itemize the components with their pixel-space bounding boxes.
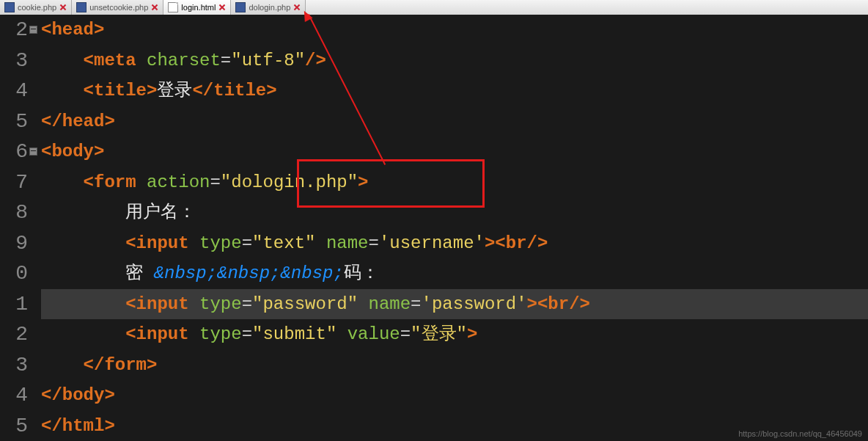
code-line-highlighted: <input type="password" name='password'><… bbox=[41, 289, 868, 320]
close-icon[interactable] bbox=[151, 4, 158, 11]
tab-cookie-php[interactable]: cookie.php bbox=[0, 0, 72, 15]
tab-bar: cookie.php unsetcookie.php login.html do… bbox=[0, 0, 868, 15]
fold-column bbox=[28, 15, 38, 441]
close-icon[interactable] bbox=[218, 4, 226, 11]
line-number: 8 bbox=[0, 197, 28, 228]
code-line: 密 &nbsp;&nbsp;&nbsp;码： bbox=[41, 258, 868, 289]
line-number: 9 bbox=[0, 228, 28, 259]
line-number: 4 bbox=[0, 76, 28, 106]
file-icon bbox=[4, 2, 15, 12]
tab-login-html[interactable]: login.html bbox=[163, 0, 231, 15]
tab-unsetcookie-php[interactable]: unsetcookie.php bbox=[72, 0, 163, 15]
code-editor[interactable]: 2 3 4 5 6 7 8 9 0 1 2 3 4 5 <head> <meta… bbox=[0, 15, 868, 441]
line-number: 2 bbox=[0, 319, 28, 350]
close-icon[interactable] bbox=[293, 4, 301, 11]
file-icon bbox=[235, 2, 246, 12]
code-line: <body> bbox=[41, 136, 868, 167]
tab-label: login.html bbox=[181, 3, 216, 12]
code-line: <form action="dologin.php"> bbox=[41, 167, 868, 198]
line-number: 3 bbox=[0, 45, 28, 76]
code-line: <head> bbox=[41, 15, 868, 45]
close-icon[interactable] bbox=[59, 4, 67, 11]
tab-label: unsetcookie.php bbox=[89, 3, 148, 12]
code-line: </form> bbox=[41, 350, 868, 381]
code-area[interactable]: <head> <meta charset="utf-8"/> <title>登录… bbox=[41, 15, 868, 441]
line-number: 5 bbox=[0, 106, 28, 137]
code-line: <input type="submit" value="登录"> bbox=[41, 319, 868, 350]
line-number: 2 bbox=[0, 15, 28, 45]
line-number-gutter: 2 3 4 5 6 7 8 9 0 1 2 3 4 5 bbox=[0, 15, 32, 441]
code-line: </head> bbox=[41, 106, 868, 137]
annotation-target-text: dologin.php bbox=[231, 172, 347, 192]
line-number: 6 bbox=[0, 136, 28, 167]
file-icon bbox=[168, 2, 178, 12]
fold-marker-icon[interactable] bbox=[29, 26, 37, 34]
line-number: 7 bbox=[0, 167, 28, 198]
line-number: 1 bbox=[0, 289, 28, 320]
fold-marker-icon[interactable] bbox=[29, 147, 37, 156]
line-number: 5 bbox=[0, 411, 28, 442]
file-icon bbox=[76, 2, 87, 12]
line-number: 3 bbox=[0, 350, 28, 381]
line-number: 0 bbox=[0, 258, 28, 289]
code-line: <input type="text" name='username'><br/> bbox=[41, 228, 868, 259]
tab-label: cookie.php bbox=[18, 3, 56, 12]
tab-label: dologin.php bbox=[249, 3, 290, 12]
watermark-text: https://blog.csdn.net/qq_46456049 bbox=[738, 429, 862, 438]
code-line: <title>登录</title> bbox=[41, 76, 868, 106]
code-line: 用户名： bbox=[41, 197, 868, 228]
code-line: </body> bbox=[41, 380, 868, 411]
tab-dologin-php[interactable]: dologin.php bbox=[231, 0, 306, 15]
code-line: <meta charset="utf-8"/> bbox=[41, 45, 868, 76]
line-number: 4 bbox=[0, 380, 28, 411]
